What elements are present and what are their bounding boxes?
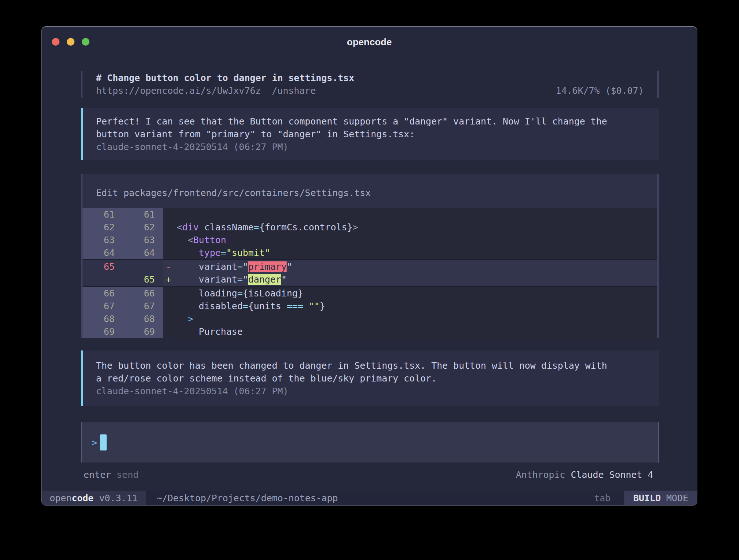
edit-tool-block: Edit packages/frontend/src/containers/Se… [81,174,659,338]
old-line-number: 69 [83,325,123,338]
new-line-number [123,260,163,273]
diff-code: <div className={formCs.controls}> [163,221,657,234]
message-text-line: Perfect! I can see that the Button compo… [96,115,646,128]
message-model-timestamp: claude-sonnet-4-20250514 (06:27 PM) [96,141,646,153]
session-url-row: https://opencode.ai/s/UwJxv76z/unshare [96,84,316,97]
diff-code: - variant="primary" [163,260,657,273]
old-line-number: 62 [83,221,123,234]
assistant-message: The button color has been changed to dan… [81,350,659,406]
diff-code: type="submit" [163,246,657,259]
new-line-number: 64 [123,246,163,259]
status-bar: opencode v0.3.11 ~/Desktop/Projects/demo… [42,491,697,505]
app-name-code: code [72,493,93,503]
old-line-number: 65 [83,260,123,273]
hint-row: enter send Anthropic Claude Sonnet 4 [81,468,659,481]
old-line-number: 68 [83,312,123,325]
app-version-segment: opencode v0.3.11 [42,491,146,505]
mode-toggle-segment[interactable]: BUILD MODE [624,491,697,505]
old-line-number: 66 [83,287,123,300]
working-directory: ~/Desktop/Projects/demo-notes-app [157,493,338,503]
old-line-number: 61 [83,208,123,221]
new-line-number: 63 [123,234,163,246]
session-header: # Change button color to danger in setti… [81,71,659,98]
mode-name: BUILD [633,493,660,503]
diff-line: 6363 <Button [83,234,657,246]
edit-action-label: Edit [96,188,123,198]
new-line-number: 61 [123,208,163,221]
session-subheader: https://opencode.ai/s/UwJxv76z/unshare 1… [96,84,644,97]
diff-code: disabled={units === ""} [163,300,657,312]
token-usage: 14.6K/7% ($0.07) [556,84,644,97]
message-text-line: a red/rose color scheme instead of the b… [96,372,646,385]
diff-line: 6868 > [83,312,657,325]
diff-code: + variant="danger" [163,273,657,286]
new-line-number: 62 [123,221,163,234]
tab-key-hint: tab [594,493,610,503]
diff-code: Purchase [163,325,657,338]
old-line-number: 63 [83,234,123,246]
model-indicator: Anthropic Claude Sonnet 4 [516,468,653,481]
session-title: # Change button color to danger in setti… [96,72,644,84]
message-text-line: button variant from "primary" to "danger… [96,128,646,141]
diff-code [163,208,657,221]
diff-line: 6262 <div className={formCs.controls}> [83,221,657,234]
old-line-number [83,273,123,286]
opencode-terminal-window: opencode # Change button color to danger… [41,26,697,506]
diff-code: > [163,312,657,325]
assistant-message: Perfect! I can see that the Button compo… [81,108,659,160]
edited-file-path: packages/frontend/src/containers/Setting… [123,188,371,198]
diff-rows: 61616262 <div className={formCs.controls… [83,208,657,338]
diff-line: 6969 Purchase [83,325,657,338]
new-line-number: 69 [123,325,163,338]
new-line-number: 68 [123,312,163,325]
edit-tool-header: Edit packages/frontend/src/containers/Se… [83,174,657,208]
prompt-chevron: > [92,436,97,449]
old-line-number: 64 [83,246,123,259]
diff-code: loading={isLoading} [163,287,657,300]
message-model-timestamp: claude-sonnet-4-20250514 (06:27 PM) [96,385,646,398]
new-line-number: 66 [123,287,163,300]
app-version: v0.3.11 [93,493,137,503]
window-title: opencode [42,37,697,48]
send-action-label: send [111,469,138,480]
diff-line: 6666 loading={isLoading} [83,287,657,300]
mode-suffix: MODE [661,493,688,503]
terminal-content: # Change button color to danger in setti… [42,50,697,491]
window-titlebar: opencode [42,27,697,50]
unshare-command[interactable]: /unshare [272,85,316,96]
old-line-number: 67 [83,300,123,312]
diff-line: 6161 [83,208,657,221]
new-line-number: 65 [123,273,163,286]
enter-key-hint: enter [84,469,111,480]
text-cursor [100,434,107,450]
diff-code: <Button [163,234,657,246]
diff-line: 65+ variant="danger" [83,273,657,286]
share-url[interactable]: https://opencode.ai/s/UwJxv76z [96,85,261,96]
new-line-number: 67 [123,300,163,312]
diff-line: 65- variant="primary" [83,260,657,273]
model-name: Claude Sonnet 4 [571,469,653,480]
prompt-input[interactable]: > [81,422,659,463]
message-text-line: The button color has been changed to dan… [96,359,646,372]
diff-line: 6464 type="submit" [83,246,657,259]
provider-name: Anthropic [516,469,571,480]
app-name-open: open [50,493,72,503]
diff-line: 6767 disabled={units === ""} [83,300,657,312]
send-hint: enter send [84,468,139,481]
